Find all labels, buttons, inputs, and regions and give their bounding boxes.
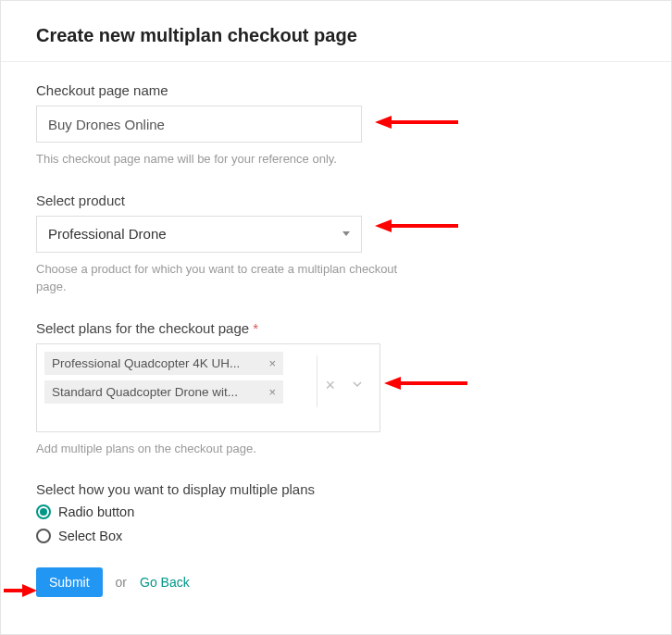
plans-label: Select plans for the checkout page * xyxy=(36,320,636,336)
plan-chip-label: Standard Quadcopter Drone wit... xyxy=(52,385,261,399)
product-select[interactable]: Professional Drone xyxy=(36,216,362,253)
product-group: Select product Professional Drone Choose… xyxy=(36,193,636,296)
product-label: Select product xyxy=(36,193,636,208)
page-title: Create new multiplan checkout page xyxy=(1,1,671,62)
plans-label-text: Select plans for the checkout page xyxy=(36,320,249,336)
plan-chip: Standard Quadcopter Drone wit... × xyxy=(44,380,283,404)
display-mode-radio-group: Radio button Select Box xyxy=(36,504,636,543)
radio-icon xyxy=(36,529,51,543)
display-mode-group: Select how you want to display multiple … xyxy=(36,481,636,543)
plans-actions: × xyxy=(317,355,372,407)
plan-chip: Professional Quadcopter 4K UH... × xyxy=(44,352,283,375)
radio-option-select-box[interactable]: Select Box xyxy=(36,529,636,543)
plans-group: Select plans for the checkout page * Pro… xyxy=(36,320,636,458)
submit-button[interactable]: Submit xyxy=(36,567,103,597)
radio-option-radio-button[interactable]: Radio button xyxy=(36,504,636,519)
plans-chips-area: Professional Quadcopter 4K UH... × Stand… xyxy=(44,352,317,404)
required-marker: * xyxy=(253,320,258,336)
chevron-down-icon[interactable] xyxy=(350,377,365,395)
chip-remove-icon[interactable]: × xyxy=(268,385,276,399)
radio-label: Radio button xyxy=(58,504,134,519)
plans-help: Add multiple plans on the checkout page. xyxy=(36,440,406,458)
plan-chip-label: Professional Quadcopter 4K UH... xyxy=(52,356,261,370)
checkout-name-label: Checkout page name xyxy=(36,82,636,98)
chip-remove-icon[interactable]: × xyxy=(268,356,276,370)
caret-down-icon xyxy=(342,231,350,236)
checkout-name-input[interactable] xyxy=(36,106,362,143)
clear-all-icon[interactable]: × xyxy=(325,376,335,395)
radio-icon xyxy=(36,504,51,519)
plans-multiselect[interactable]: Professional Quadcopter 4K UH... × Stand… xyxy=(36,343,380,432)
display-mode-label: Select how you want to display multiple … xyxy=(36,481,636,497)
or-text: or xyxy=(116,575,127,590)
checkout-name-help: This checkout page name will be for your… xyxy=(36,150,406,168)
product-help: Choose a product for which you want to c… xyxy=(36,260,406,296)
product-selected-value: Professional Drone xyxy=(48,226,342,242)
go-back-link[interactable]: Go Back xyxy=(140,575,190,590)
radio-label: Select Box xyxy=(58,529,122,543)
checkout-name-group: Checkout page name This checkout page na… xyxy=(36,82,636,168)
form-actions: Submit or Go Back xyxy=(36,567,636,597)
